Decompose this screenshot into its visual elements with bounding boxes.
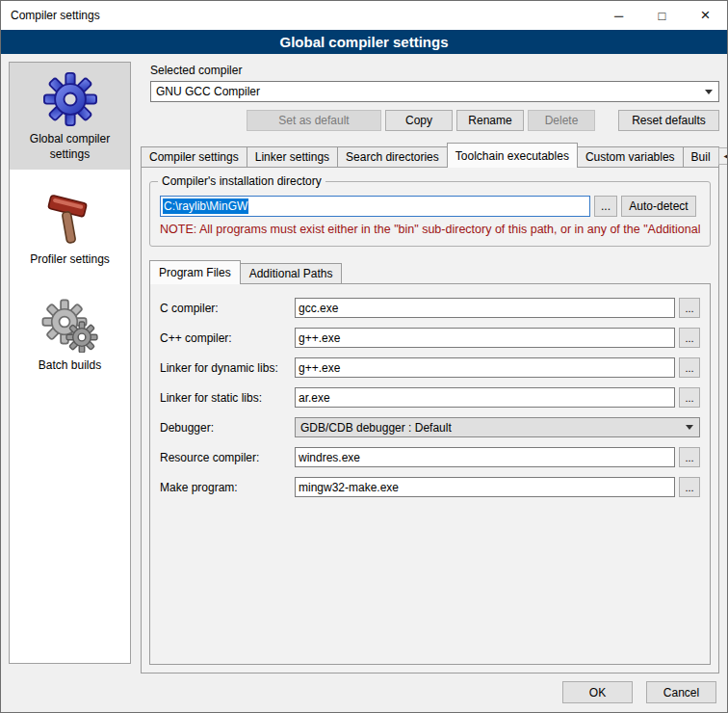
ok-button[interactable]: OK: [562, 681, 633, 703]
linker-dynamic-label: Linker for dynamic libs:: [160, 361, 295, 375]
set-as-default-button[interactable]: Set as default: [247, 110, 381, 131]
installation-directory-row: C:\raylib\MinGW ... Auto-detect: [160, 196, 696, 217]
browse-button[interactable]: ...: [679, 477, 700, 497]
window-controls: ─ □ ×: [597, 1, 727, 30]
cpp-compiler-input[interactable]: [295, 328, 675, 348]
field-row-make-program: Make program: ...: [160, 477, 700, 497]
settings-tabstrip: Compiler settings Linker settings Search…: [141, 143, 719, 168]
tab-build-truncated[interactable]: Buil: [683, 146, 719, 168]
sidebar-item-label: Global compiler settings: [12, 132, 128, 162]
blue-gear-icon: [43, 72, 97, 126]
maximize-button[interactable]: □: [640, 1, 684, 30]
field-row-linker-static: Linker for static libs: ...: [160, 387, 700, 408]
installation-directory-legend: Compiler's installation directory: [158, 174, 325, 188]
browse-button[interactable]: ...: [679, 447, 700, 467]
cancel-button[interactable]: Cancel: [646, 681, 716, 703]
minimize-button[interactable]: ─: [597, 1, 640, 30]
cpp-compiler-label: C++ compiler:: [160, 331, 295, 345]
browse-button[interactable]: ...: [679, 357, 700, 378]
browse-directory-button[interactable]: ...: [594, 196, 617, 217]
tab-toolchain-executables[interactable]: Toolchain executables: [447, 143, 578, 168]
tab-scroll-buttons: ◄ ►: [718, 147, 728, 165]
page-title: Global compiler settings: [1, 30, 727, 54]
tab-custom-variables[interactable]: Custom variables: [577, 146, 684, 168]
browse-button[interactable]: ...: [679, 328, 700, 348]
compiler-settings-window: Compiler settings ─ □ × Global compiler …: [0, 0, 728, 713]
field-row-debugger: Debugger: GDB/CDB debugger : Default: [160, 417, 700, 437]
bin-subdirectory-note: NOTE: All programs must exist either in …: [160, 223, 700, 236]
sidebar-item-global-compiler-settings[interactable]: Global compiler settings: [10, 63, 130, 170]
sidebar-item-batch-builds[interactable]: Batch builds: [10, 289, 130, 382]
content-panel: Selected compiler GNU GCC Compiler Set a…: [141, 62, 719, 673]
compiler-select-value: GNU GCC Compiler: [156, 85, 260, 98]
main-area: Global compiler settings Profiler settin…: [1, 54, 727, 673]
sidebar-item-profiler-settings[interactable]: Profiler settings: [10, 183, 130, 276]
copy-button[interactable]: Copy: [385, 110, 453, 131]
maximize-icon: □: [659, 9, 666, 23]
field-row-resource-compiler: Resource compiler: ...: [160, 447, 700, 467]
field-row-c-compiler: C compiler: ...: [160, 298, 700, 318]
toolchain-executables-panel: Compiler's installation directory C:\ray…: [141, 167, 719, 673]
browse-button[interactable]: ...: [679, 298, 700, 318]
resource-compiler-input[interactable]: [295, 447, 675, 467]
sidebar-item-label: Batch builds: [39, 358, 101, 374]
chevron-down-icon: [705, 90, 713, 94]
browse-button[interactable]: ...: [679, 387, 700, 408]
program-files-panel: C compiler: ... C++ compiler: ...: [149, 283, 711, 665]
tab-search-directories[interactable]: Search directories: [337, 146, 448, 168]
debugger-select[interactable]: GDB/CDB debugger : Default: [295, 417, 700, 437]
selected-text: C:\raylib\MinGW: [163, 198, 248, 214]
arrow-left-icon: ◄: [722, 151, 728, 161]
reset-defaults-button[interactable]: Reset defaults: [618, 110, 719, 131]
selected-compiler-label: Selected compiler: [150, 64, 719, 77]
close-button[interactable]: ×: [684, 1, 727, 30]
batch-builds-icon: [41, 299, 99, 353]
field-row-cpp-compiler: C++ compiler: ...: [160, 328, 700, 348]
minimize-icon: ─: [614, 9, 623, 23]
resource-compiler-label: Resource compiler:: [160, 451, 295, 464]
c-compiler-input[interactable]: [295, 298, 675, 318]
subtab-program-files[interactable]: Program Files: [149, 260, 241, 284]
debugger-select-value: GDB/CDB debugger : Default: [300, 421, 452, 435]
make-program-input[interactable]: [295, 477, 675, 497]
linker-static-input[interactable]: [295, 387, 675, 408]
linker-dynamic-input[interactable]: [295, 357, 675, 378]
subtab-additional-paths[interactable]: Additional Paths: [240, 263, 343, 284]
sidebar-item-label: Profiler settings: [30, 252, 110, 268]
tab-compiler-settings[interactable]: Compiler settings: [141, 146, 247, 168]
linker-static-label: Linker for static libs:: [160, 391, 295, 405]
installation-directory-group: Compiler's installation directory C:\ray…: [149, 181, 711, 247]
window-title: Compiler settings: [11, 9, 100, 22]
delete-button[interactable]: Delete: [528, 110, 595, 131]
compiler-actions: Set as default Copy Rename Delete Reset …: [150, 110, 719, 131]
tab-linker-settings[interactable]: Linker settings: [247, 146, 338, 168]
chevron-down-icon: [686, 425, 693, 430]
auto-detect-button[interactable]: Auto-detect: [621, 196, 696, 217]
tab-scroll-left-button[interactable]: ◄: [718, 147, 728, 165]
debugger-label: Debugger:: [160, 421, 295, 435]
program-files-subtabs: Program Files Additional Paths: [149, 260, 711, 284]
installation-directory-input[interactable]: C:\raylib\MinGW: [160, 196, 590, 217]
rename-button[interactable]: Rename: [456, 110, 524, 131]
c-compiler-label: C compiler:: [160, 302, 295, 315]
compiler-select[interactable]: GNU GCC Compiler: [150, 81, 719, 102]
make-program-label: Make program:: [160, 481, 295, 494]
profiler-icon: [43, 193, 97, 247]
titlebar: Compiler settings ─ □ ×: [1, 1, 727, 30]
close-icon: ×: [701, 6, 711, 25]
settings-sidebar: Global compiler settings Profiler settin…: [9, 62, 131, 664]
dialog-footer: OK Cancel: [1, 673, 727, 712]
field-row-linker-dynamic: Linker for dynamic libs: ...: [160, 357, 700, 378]
